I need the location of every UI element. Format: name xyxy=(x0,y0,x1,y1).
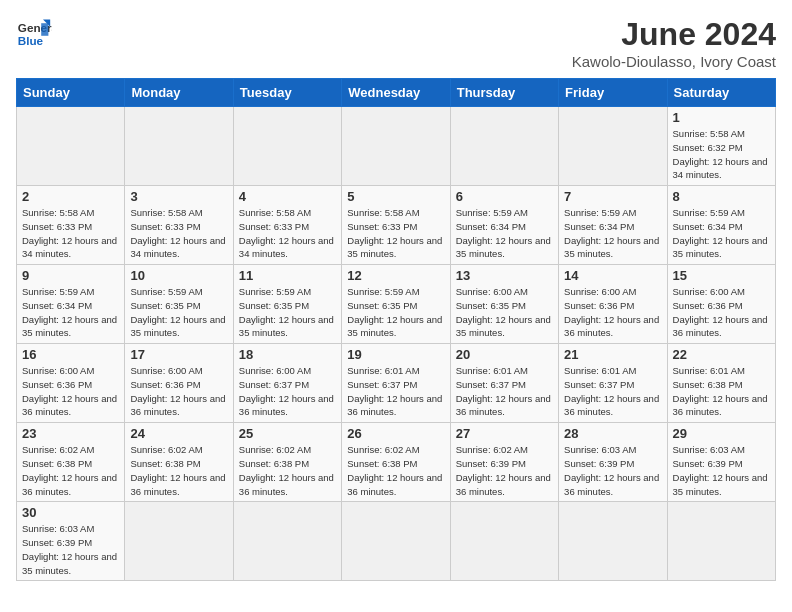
calendar-cell: 1Sunrise: 5:58 AM Sunset: 6:32 PM Daylig… xyxy=(667,107,775,186)
calendar-cell: 12Sunrise: 5:59 AM Sunset: 6:35 PM Dayli… xyxy=(342,265,450,344)
day-number: 30 xyxy=(22,505,119,520)
day-info: Sunrise: 6:02 AM Sunset: 6:38 PM Dayligh… xyxy=(130,443,227,498)
day-info: Sunrise: 6:02 AM Sunset: 6:39 PM Dayligh… xyxy=(456,443,553,498)
calendar-cell: 13Sunrise: 6:00 AM Sunset: 6:35 PM Dayli… xyxy=(450,265,558,344)
calendar-cell xyxy=(233,107,341,186)
day-number: 12 xyxy=(347,268,444,283)
calendar-cell: 9Sunrise: 5:59 AM Sunset: 6:34 PM Daylig… xyxy=(17,265,125,344)
day-number: 17 xyxy=(130,347,227,362)
calendar-cell: 28Sunrise: 6:03 AM Sunset: 6:39 PM Dayli… xyxy=(559,423,667,502)
location-subtitle: Kawolo-Dioulasso, Ivory Coast xyxy=(572,53,776,70)
day-number: 22 xyxy=(673,347,770,362)
calendar-cell: 5Sunrise: 5:58 AM Sunset: 6:33 PM Daylig… xyxy=(342,186,450,265)
day-number: 5 xyxy=(347,189,444,204)
svg-text:Blue: Blue xyxy=(18,34,44,47)
calendar-cell: 29Sunrise: 6:03 AM Sunset: 6:39 PM Dayli… xyxy=(667,423,775,502)
day-info: Sunrise: 6:02 AM Sunset: 6:38 PM Dayligh… xyxy=(239,443,336,498)
day-info: Sunrise: 6:01 AM Sunset: 6:37 PM Dayligh… xyxy=(564,364,661,419)
day-info: Sunrise: 6:00 AM Sunset: 6:36 PM Dayligh… xyxy=(564,285,661,340)
calendar-cell: 3Sunrise: 5:58 AM Sunset: 6:33 PM Daylig… xyxy=(125,186,233,265)
day-info: Sunrise: 6:02 AM Sunset: 6:38 PM Dayligh… xyxy=(347,443,444,498)
weekday-header-tuesday: Tuesday xyxy=(233,79,341,107)
day-info: Sunrise: 6:01 AM Sunset: 6:37 PM Dayligh… xyxy=(347,364,444,419)
day-number: 24 xyxy=(130,426,227,441)
day-info: Sunrise: 6:00 AM Sunset: 6:36 PM Dayligh… xyxy=(22,364,119,419)
calendar-table: SundayMondayTuesdayWednesdayThursdayFrid… xyxy=(16,78,776,581)
day-info: Sunrise: 5:58 AM Sunset: 6:32 PM Dayligh… xyxy=(673,127,770,182)
day-number: 3 xyxy=(130,189,227,204)
day-number: 4 xyxy=(239,189,336,204)
calendar-cell: 24Sunrise: 6:02 AM Sunset: 6:38 PM Dayli… xyxy=(125,423,233,502)
day-number: 19 xyxy=(347,347,444,362)
weekday-header-friday: Friday xyxy=(559,79,667,107)
day-info: Sunrise: 6:03 AM Sunset: 6:39 PM Dayligh… xyxy=(564,443,661,498)
day-info: Sunrise: 6:01 AM Sunset: 6:37 PM Dayligh… xyxy=(456,364,553,419)
day-info: Sunrise: 6:00 AM Sunset: 6:35 PM Dayligh… xyxy=(456,285,553,340)
calendar-week-5: 23Sunrise: 6:02 AM Sunset: 6:38 PM Dayli… xyxy=(17,423,776,502)
calendar-cell: 25Sunrise: 6:02 AM Sunset: 6:38 PM Dayli… xyxy=(233,423,341,502)
calendar-cell xyxy=(667,502,775,581)
day-info: Sunrise: 6:02 AM Sunset: 6:38 PM Dayligh… xyxy=(22,443,119,498)
day-info: Sunrise: 6:03 AM Sunset: 6:39 PM Dayligh… xyxy=(673,443,770,498)
day-info: Sunrise: 5:59 AM Sunset: 6:35 PM Dayligh… xyxy=(130,285,227,340)
title-area: June 2024 Kawolo-Dioulasso, Ivory Coast xyxy=(572,16,776,70)
calendar-cell: 20Sunrise: 6:01 AM Sunset: 6:37 PM Dayli… xyxy=(450,344,558,423)
day-number: 26 xyxy=(347,426,444,441)
logo-icon: General Blue xyxy=(16,16,52,52)
calendar-cell xyxy=(125,502,233,581)
day-number: 18 xyxy=(239,347,336,362)
calendar-cell: 26Sunrise: 6:02 AM Sunset: 6:38 PM Dayli… xyxy=(342,423,450,502)
day-info: Sunrise: 5:59 AM Sunset: 6:34 PM Dayligh… xyxy=(22,285,119,340)
day-info: Sunrise: 5:58 AM Sunset: 6:33 PM Dayligh… xyxy=(347,206,444,261)
calendar-cell xyxy=(17,107,125,186)
day-number: 2 xyxy=(22,189,119,204)
day-number: 16 xyxy=(22,347,119,362)
day-info: Sunrise: 6:00 AM Sunset: 6:36 PM Dayligh… xyxy=(673,285,770,340)
calendar-cell: 7Sunrise: 5:59 AM Sunset: 6:34 PM Daylig… xyxy=(559,186,667,265)
day-info: Sunrise: 6:00 AM Sunset: 6:37 PM Dayligh… xyxy=(239,364,336,419)
calendar-cell: 19Sunrise: 6:01 AM Sunset: 6:37 PM Dayli… xyxy=(342,344,450,423)
day-number: 1 xyxy=(673,110,770,125)
day-number: 29 xyxy=(673,426,770,441)
day-info: Sunrise: 5:59 AM Sunset: 6:35 PM Dayligh… xyxy=(347,285,444,340)
calendar-cell: 22Sunrise: 6:01 AM Sunset: 6:38 PM Dayli… xyxy=(667,344,775,423)
page-header: General Blue June 2024 Kawolo-Dioulasso,… xyxy=(16,16,776,70)
calendar-cell: 30Sunrise: 6:03 AM Sunset: 6:39 PM Dayli… xyxy=(17,502,125,581)
calendar-cell xyxy=(342,502,450,581)
weekday-header-saturday: Saturday xyxy=(667,79,775,107)
day-info: Sunrise: 6:00 AM Sunset: 6:36 PM Dayligh… xyxy=(130,364,227,419)
calendar-cell: 6Sunrise: 5:59 AM Sunset: 6:34 PM Daylig… xyxy=(450,186,558,265)
calendar-cell: 17Sunrise: 6:00 AM Sunset: 6:36 PM Dayli… xyxy=(125,344,233,423)
weekday-header-wednesday: Wednesday xyxy=(342,79,450,107)
day-number: 13 xyxy=(456,268,553,283)
calendar-cell: 21Sunrise: 6:01 AM Sunset: 6:37 PM Dayli… xyxy=(559,344,667,423)
calendar-cell xyxy=(559,502,667,581)
weekday-header-thursday: Thursday xyxy=(450,79,558,107)
day-number: 8 xyxy=(673,189,770,204)
day-number: 14 xyxy=(564,268,661,283)
day-number: 23 xyxy=(22,426,119,441)
calendar-cell: 23Sunrise: 6:02 AM Sunset: 6:38 PM Dayli… xyxy=(17,423,125,502)
calendar-cell xyxy=(450,502,558,581)
calendar-cell: 10Sunrise: 5:59 AM Sunset: 6:35 PM Dayli… xyxy=(125,265,233,344)
calendar-cell: 27Sunrise: 6:02 AM Sunset: 6:39 PM Dayli… xyxy=(450,423,558,502)
day-number: 27 xyxy=(456,426,553,441)
day-info: Sunrise: 5:59 AM Sunset: 6:35 PM Dayligh… xyxy=(239,285,336,340)
day-number: 9 xyxy=(22,268,119,283)
weekday-header-sunday: Sunday xyxy=(17,79,125,107)
day-info: Sunrise: 5:59 AM Sunset: 6:34 PM Dayligh… xyxy=(564,206,661,261)
day-info: Sunrise: 5:59 AM Sunset: 6:34 PM Dayligh… xyxy=(456,206,553,261)
logo: General Blue xyxy=(16,16,52,52)
weekday-header-monday: Monday xyxy=(125,79,233,107)
month-title: June 2024 xyxy=(572,16,776,53)
calendar-cell xyxy=(450,107,558,186)
day-number: 20 xyxy=(456,347,553,362)
calendar-cell: 11Sunrise: 5:59 AM Sunset: 6:35 PM Dayli… xyxy=(233,265,341,344)
calendar-week-2: 2Sunrise: 5:58 AM Sunset: 6:33 PM Daylig… xyxy=(17,186,776,265)
day-number: 15 xyxy=(673,268,770,283)
day-number: 6 xyxy=(456,189,553,204)
calendar-cell: 15Sunrise: 6:00 AM Sunset: 6:36 PM Dayli… xyxy=(667,265,775,344)
day-info: Sunrise: 6:03 AM Sunset: 6:39 PM Dayligh… xyxy=(22,522,119,577)
day-number: 21 xyxy=(564,347,661,362)
day-number: 11 xyxy=(239,268,336,283)
